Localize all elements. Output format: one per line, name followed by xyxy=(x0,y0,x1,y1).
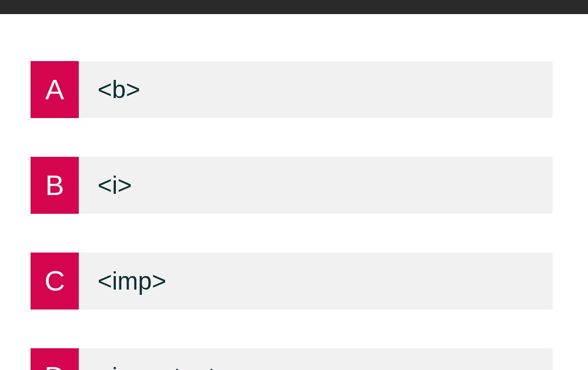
option-b-letter: B xyxy=(31,157,79,214)
quiz-options: A <b> B <i> C <imp> D <important> xyxy=(0,14,588,370)
option-d[interactable]: D <important> xyxy=(31,348,553,370)
option-c-text: <imp> xyxy=(79,253,553,310)
option-b[interactable]: B <i> xyxy=(31,157,553,214)
option-a[interactable]: A <b> xyxy=(31,61,553,118)
option-c-letter: C xyxy=(31,253,79,310)
option-a-text: <b> xyxy=(79,61,553,118)
option-d-letter: D xyxy=(31,348,79,370)
option-b-text: <i> xyxy=(79,157,553,214)
option-c[interactable]: C <imp> xyxy=(31,253,553,310)
option-a-letter: A xyxy=(31,61,79,118)
top-bar xyxy=(0,0,588,14)
option-d-text: <important> xyxy=(79,348,553,370)
